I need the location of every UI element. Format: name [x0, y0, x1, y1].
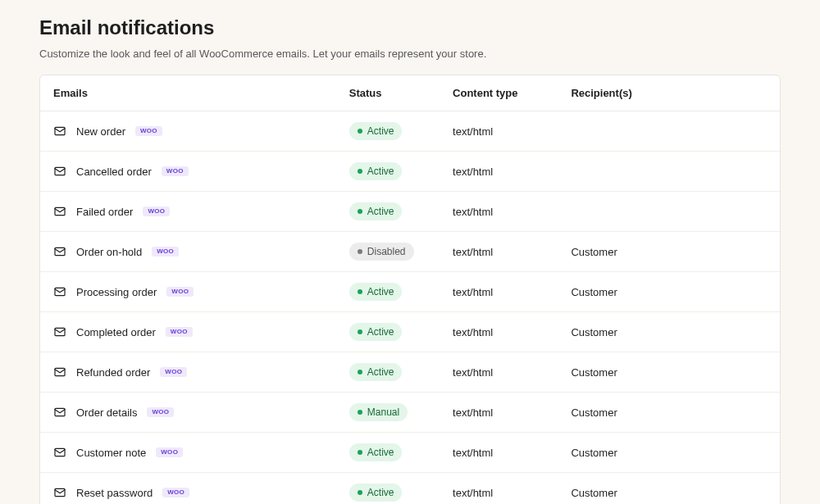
status-badge: Active	[349, 363, 403, 381]
email-name: Cancelled order	[76, 166, 152, 178]
status-label: Manual	[367, 406, 399, 418]
email-name: Customer note	[76, 447, 146, 459]
status-label: Active	[367, 206, 394, 217]
email-table: Emails Status Content type Recipient(s) …	[39, 75, 781, 504]
status-badge: Disabled	[349, 243, 414, 261]
mail-icon	[53, 446, 66, 459]
status-label: Active	[367, 166, 394, 177]
status-dot-icon	[358, 450, 362, 455]
woo-badge-icon: WOO	[152, 247, 179, 257]
recipient-value	[558, 111, 780, 152]
table-row[interactable]: Processing order WOO Active text/html Cu…	[40, 272, 780, 312]
column-header-status: Status	[336, 75, 440, 111]
table-row[interactable]: New order WOO Active text/html	[40, 111, 780, 152]
table-row[interactable]: Completed order WOO Active text/html Cus…	[40, 312, 780, 352]
page-subtitle: Customize the look and feel of all WooCo…	[39, 48, 781, 60]
content-type-value: text/html	[440, 473, 558, 505]
woo-badge-icon: WOO	[135, 126, 162, 136]
mail-icon	[53, 205, 66, 218]
email-name: New order	[76, 125, 125, 138]
woo-badge-icon: WOO	[156, 447, 183, 457]
content-type-value: text/html	[440, 232, 558, 272]
status-label: Active	[367, 286, 394, 297]
content-type-value: text/html	[440, 272, 558, 312]
status-dot-icon	[358, 169, 362, 174]
email-name: Reset password	[76, 487, 153, 499]
table-row[interactable]: Cancelled order WOO Active text/html	[40, 152, 780, 192]
mail-icon	[53, 486, 66, 499]
recipient-value: Customer	[558, 232, 780, 272]
column-header-recipients: Recipient(s)	[558, 75, 780, 111]
mail-icon	[53, 366, 66, 379]
status-dot-icon	[358, 490, 362, 495]
recipient-value: Customer	[558, 272, 780, 312]
status-badge: Manual	[349, 403, 408, 421]
content-type-value: text/html	[440, 352, 558, 393]
content-type-value: text/html	[440, 433, 558, 473]
table-row[interactable]: Order details WOO Manual text/html Custo…	[40, 393, 780, 433]
status-dot-icon	[358, 209, 362, 214]
recipient-value: Customer	[558, 473, 780, 505]
recipient-value: Customer	[558, 393, 780, 433]
status-label: Disabled	[367, 246, 406, 257]
status-badge: Active	[349, 202, 403, 220]
mail-icon	[53, 406, 66, 419]
status-badge: Active	[349, 122, 403, 140]
status-dot-icon	[358, 249, 362, 254]
woo-badge-icon: WOO	[143, 207, 170, 216]
mail-icon	[53, 125, 66, 138]
table-row[interactable]: Failed order WOO Active text/html	[40, 192, 780, 232]
table-row[interactable]: Customer note WOO Active text/html Custo…	[40, 433, 780, 473]
table-header-row: Emails Status Content type Recipient(s)	[40, 75, 780, 111]
woo-badge-icon: WOO	[162, 488, 189, 497]
status-label: Active	[367, 366, 394, 378]
mail-icon	[53, 285, 66, 298]
woo-badge-icon: WOO	[160, 367, 187, 377]
recipient-value: Customer	[558, 352, 780, 393]
page-title: Email notifications	[39, 16, 781, 39]
email-name: Completed order	[76, 326, 156, 338]
status-label: Active	[367, 487, 394, 498]
woo-badge-icon: WOO	[162, 166, 189, 176]
email-name: Failed order	[76, 206, 133, 218]
status-dot-icon	[358, 329, 362, 334]
content-type-value: text/html	[440, 192, 558, 232]
table-row[interactable]: Order on-hold WOO Disabled text/html Cus…	[40, 232, 780, 272]
status-dot-icon	[358, 410, 362, 415]
woo-badge-icon: WOO	[147, 407, 174, 417]
status-badge: Active	[349, 162, 403, 180]
status-badge: Active	[349, 484, 403, 502]
recipient-value: Customer	[558, 312, 780, 352]
status-label: Active	[367, 447, 394, 458]
column-header-emails: Emails	[40, 75, 336, 111]
email-name: Processing order	[76, 286, 157, 298]
status-dot-icon	[358, 129, 362, 134]
recipient-value	[558, 192, 780, 232]
table-row[interactable]: Reset password WOO Active text/html Cust…	[40, 473, 780, 505]
email-name: Order on-hold	[76, 246, 142, 258]
woo-badge-icon: WOO	[166, 287, 194, 297]
recipient-value: Customer	[558, 433, 780, 473]
status-badge: Active	[349, 323, 403, 341]
mail-icon	[53, 165, 66, 178]
mail-icon	[53, 245, 66, 258]
status-badge: Active	[349, 283, 403, 301]
email-name: Refunded order	[76, 366, 150, 379]
status-badge: Active	[349, 443, 403, 461]
content-type-value: text/html	[440, 152, 558, 192]
status-label: Active	[367, 125, 394, 137]
mail-icon	[53, 325, 66, 338]
status-dot-icon	[358, 370, 362, 375]
table-row[interactable]: Refunded order WOO Active text/html Cust…	[40, 352, 780, 393]
content-type-value: text/html	[440, 111, 558, 152]
status-label: Active	[367, 326, 394, 338]
content-type-value: text/html	[440, 393, 558, 433]
content-type-value: text/html	[440, 312, 558, 352]
email-name: Order details	[76, 406, 137, 419]
column-header-content-type: Content type	[440, 75, 558, 111]
recipient-value	[558, 152, 780, 192]
woo-badge-icon: WOO	[166, 327, 193, 337]
status-dot-icon	[358, 289, 362, 294]
